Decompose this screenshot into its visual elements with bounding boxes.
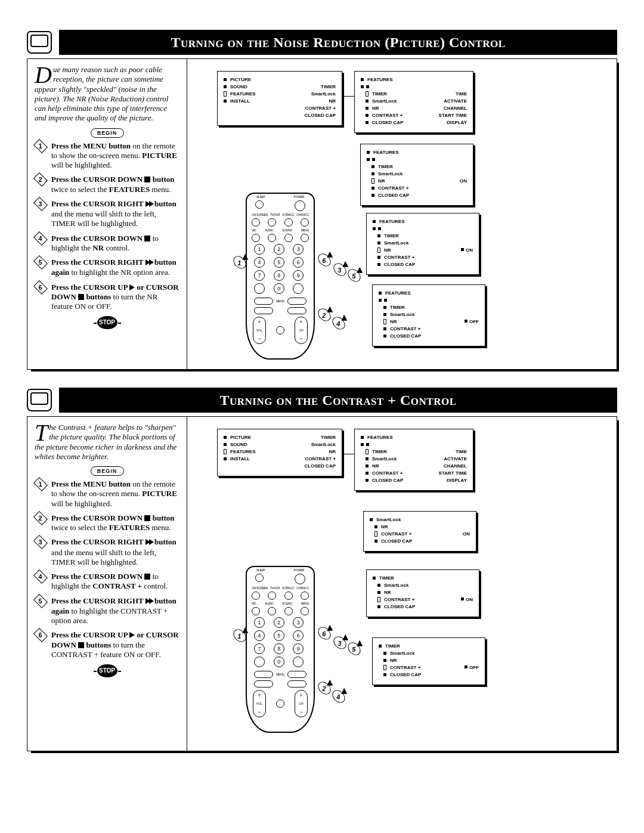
title-bar: Turning on the Noise Reduction (Picture)… — [27, 30, 617, 55]
osd-step5: FEATURESTIMERSmartLockNRONCONTRAST +CLOS… — [366, 213, 479, 275]
osd-main: PICTURETIMERSOUNDSmartLockFEATURESNRINST… — [217, 429, 342, 476]
callout-2: 2 — [315, 679, 333, 697]
steps-list: 1Press the MENU button on the remote to … — [35, 479, 179, 659]
dropcap: T — [35, 424, 48, 442]
step-1: 1Press the MENU button on the remote to … — [35, 141, 179, 171]
steps-list: 1Press the MENU button on the remote to … — [35, 141, 179, 312]
osd-step3: FEATURESTIMERTIMESmartLockACTIVATENRCHAN… — [354, 429, 473, 491]
step-number: 4 — [33, 569, 48, 584]
callout-5: 5 — [345, 267, 363, 284]
osd-step4: SmartLockNRCONTRAST +ONCLOSED CAP — [363, 511, 476, 552]
osd-step6: TIMERSmartLockNRCONTRAST +OFFCLOSED CAP — [372, 637, 485, 685]
content-box: T he Contrast + feature helps to "sharpe… — [27, 416, 617, 751]
dropcap: D — [35, 66, 52, 84]
step-number: 2 — [33, 511, 48, 525]
step-3: 3Press the CURSOR RIGHT button and the m… — [35, 199, 179, 229]
intro-body: ue many reason such as poor cable recept… — [35, 65, 168, 122]
remote-control: SLEEPPOWERON SCREENTV/VCRVCR/ACCCHAN/CCV… — [246, 566, 315, 733]
stop-marker: STOP — [97, 664, 117, 677]
section-title: Turning on the Contrast + Control — [59, 388, 617, 413]
begin-marker: BEGIN — [91, 466, 124, 476]
section-title: Turning on the Noise Reduction (Picture)… — [59, 30, 617, 55]
content-box: D ue many reason such as poor cable rece… — [27, 58, 617, 370]
illustration-column: PICTURESOUNDTIMERFEATURESSmartLockINSTAL… — [187, 59, 617, 369]
title-bar: Turning on the Contrast + Control — [27, 388, 617, 413]
callout-4: 4 — [330, 314, 348, 332]
step-2: 2Press the CURSOR DOWN button twice to s… — [35, 513, 179, 533]
callout-4: 4 — [330, 688, 348, 705]
callout-6: 6 — [315, 624, 333, 642]
link-line — [342, 454, 354, 454]
intro-text: T he Contrast + feature helps to "sharpe… — [35, 423, 179, 462]
osd-main: PICTURESOUNDTIMERFEATURESSmartLockINSTAL… — [217, 71, 342, 126]
step-number: 1 — [33, 138, 48, 153]
illustration-column: PICTURETIMERSOUNDSmartLockFEATURESNRINST… — [187, 417, 617, 751]
step-number: 3 — [33, 197, 48, 211]
step-number: 3 — [33, 535, 48, 549]
callout-5: 5 — [345, 640, 363, 658]
begin-marker: BEGIN — [91, 128, 124, 138]
intro-body: he Contrast + feature helps to "sharpen"… — [35, 423, 177, 461]
step-number: 5 — [33, 593, 48, 608]
step-2: 2Press the CURSOR DOWN button twice to s… — [35, 175, 179, 194]
step-6: 6Press the CURSOR UP or CURSOR DOWN butt… — [35, 630, 179, 659]
link-line — [342, 96, 354, 97]
step-number: 4 — [33, 231, 48, 245]
instructions-column: T he Contrast + feature helps to "sharpe… — [27, 417, 187, 751]
callout-2: 2 — [315, 306, 333, 324]
step-number: 6 — [33, 280, 48, 294]
osd-step6: FEATURESTIMERSmartLockNROFFCONTRAST +CLO… — [372, 284, 485, 346]
step-number: 2 — [33, 172, 48, 187]
step-number: 5 — [33, 255, 48, 270]
step-number: 6 — [33, 628, 48, 642]
tv-icon — [27, 31, 52, 54]
callout-3: 3 — [331, 261, 349, 278]
step-6: 6Press the CURSOR UP or CURSOR DOWN butt… — [35, 283, 179, 312]
osd-step4: FEATURESTIMERSmartLockNRONCONTRAST +CLOS… — [360, 144, 473, 206]
step-4: 4Press the CURSOR DOWN to highlight the … — [35, 572, 179, 592]
osd-step3: FEATURESTIMERTIMESmartLockACTIVATENRCHAN… — [354, 71, 473, 133]
stop-marker: STOP — [97, 316, 117, 329]
step-4: 4Press the CURSOR DOWN to highlight the … — [35, 234, 179, 253]
step-1: 1Press the MENU button on the remote to … — [35, 479, 179, 509]
tv-icon — [27, 389, 52, 411]
instructions-column: D ue many reason such as poor cable rece… — [27, 59, 187, 369]
callout-3: 3 — [331, 634, 349, 652]
nr-section: Turning on the Noise Reduction (Picture)… — [27, 30, 617, 370]
step-5: 5Press the CURSOR RIGHT button again to … — [35, 596, 179, 626]
callout-6: 6 — [315, 251, 333, 269]
step-3: 3Press the CURSOR RIGHT button and the m… — [35, 537, 179, 567]
step-5: 5Press the CURSOR RIGHT button again to … — [35, 258, 179, 278]
contrast-section: Turning on the Contrast + Control T he C… — [27, 388, 617, 751]
osd-step5: TIMERSmartLockNRCONTRAST +ONCLOSED CAP — [366, 569, 479, 617]
intro-text: D ue many reason such as poor cable rece… — [35, 65, 179, 123]
remote-control: SLEEPPOWERON SCREENTV/VCRVCR/ACCCHAN/CCV… — [246, 193, 315, 360]
step-number: 1 — [33, 477, 48, 491]
